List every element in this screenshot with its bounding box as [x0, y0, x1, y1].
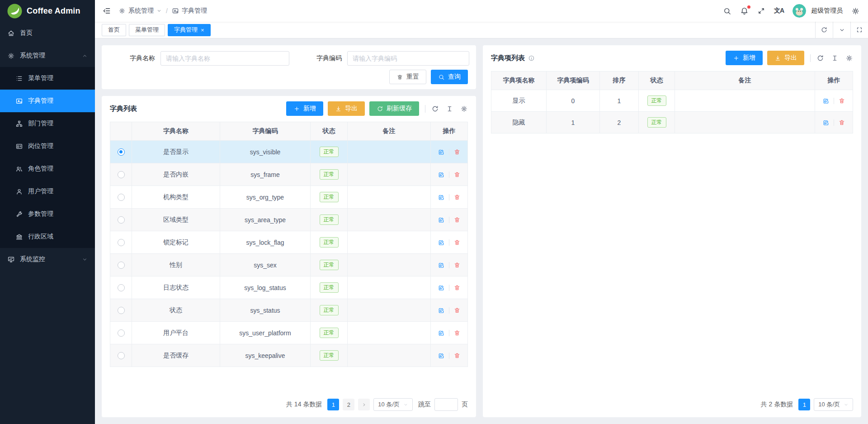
- page-button-1[interactable]: 1: [798, 399, 810, 410]
- fullscreen-icon[interactable]: [757, 7, 765, 15]
- sidebar-item-region-management[interactable]: 行政区域: [0, 225, 95, 248]
- page-size-select[interactable]: 10 条/页: [373, 398, 413, 411]
- row-radio[interactable]: [118, 307, 125, 314]
- edit-icon[interactable]: [438, 216, 445, 224]
- edit-icon[interactable]: [822, 97, 830, 105]
- info-icon[interactable]: [528, 55, 535, 62]
- page-size-select[interactable]: 10 条/页: [814, 398, 853, 411]
- avatar[interactable]: [793, 4, 806, 18]
- search-icon[interactable]: [723, 7, 731, 15]
- chevron-down-icon[interactable]: [833, 22, 850, 38]
- edit-icon[interactable]: [438, 284, 445, 291]
- breadcrumb-dict[interactable]: 字典管理: [172, 7, 207, 15]
- sidebar-item-dept-management[interactable]: 部门管理: [0, 112, 95, 135]
- bank-icon: [15, 233, 23, 241]
- export-item-button[interactable]: 导出: [767, 51, 804, 65]
- edit-icon[interactable]: [438, 329, 445, 337]
- edit-icon[interactable]: [438, 194, 445, 201]
- delete-icon[interactable]: [453, 239, 461, 246]
- breadcrumb-system[interactable]: 系统管理: [118, 7, 162, 15]
- edit-icon[interactable]: [438, 148, 445, 156]
- row-radio[interactable]: [118, 262, 125, 269]
- dict-code: sys_status: [220, 299, 311, 322]
- column-height-icon[interactable]: [446, 105, 453, 113]
- table-row[interactable]: 日志状态sys_log_status正常: [110, 276, 468, 299]
- delete-icon[interactable]: [453, 329, 461, 337]
- edit-icon[interactable]: [438, 352, 445, 359]
- row-radio[interactable]: [118, 148, 125, 156]
- delete-icon[interactable]: [838, 119, 845, 126]
- add-button[interactable]: 新增: [286, 101, 323, 116]
- sidebar-item-home[interactable]: 首页: [0, 22, 95, 44]
- table-row[interactable]: 显示01正常: [491, 90, 853, 112]
- delete-icon[interactable]: [453, 284, 461, 291]
- sidebar-item-role-management[interactable]: 角色管理: [0, 157, 95, 180]
- query-button[interactable]: 查询: [431, 70, 468, 84]
- tab-dict-management[interactable]: 字典管理×: [168, 24, 211, 36]
- table-row[interactable]: 是否缓存sys_keepalive正常: [110, 344, 468, 367]
- sidebar-collapse-icon[interactable]: [102, 6, 111, 15]
- edit-icon[interactable]: [438, 171, 445, 178]
- bell-icon[interactable]: [740, 7, 749, 15]
- tab-menu-management[interactable]: 菜单管理: [129, 24, 165, 36]
- maximize-icon[interactable]: [850, 22, 868, 38]
- refresh-icon[interactable]: [815, 22, 833, 38]
- row-radio[interactable]: [118, 216, 125, 224]
- delete-icon[interactable]: [838, 97, 845, 105]
- gear-icon[interactable]: [845, 54, 853, 62]
- page-button-2[interactable]: 2: [343, 399, 354, 410]
- table-row[interactable]: 是否显示sys_visible正常: [110, 141, 468, 163]
- translate-icon[interactable]: 文A: [774, 7, 784, 15]
- row-radio[interactable]: [118, 239, 125, 246]
- jump-input[interactable]: [434, 398, 458, 411]
- delete-icon[interactable]: [453, 307, 461, 314]
- add-item-button[interactable]: 新增: [726, 51, 763, 65]
- row-radio[interactable]: [118, 171, 125, 178]
- gear-icon[interactable]: [851, 7, 860, 15]
- dict-remark: [348, 141, 431, 163]
- delete-icon[interactable]: [453, 194, 461, 201]
- row-radio[interactable]: [118, 352, 125, 359]
- sidebar-item-param-management[interactable]: 参数管理: [0, 203, 95, 225]
- delete-icon[interactable]: [453, 171, 461, 178]
- dict-name-input[interactable]: [160, 51, 289, 66]
- table-row[interactable]: 机构类型sys_org_type正常: [110, 186, 468, 209]
- row-radio[interactable]: [118, 329, 125, 337]
- table-row[interactable]: 锁定标记sys_lock_flag正常: [110, 231, 468, 254]
- table-row[interactable]: 区域类型sys_area_type正常: [110, 209, 468, 231]
- table-row[interactable]: 隐藏12正常: [491, 112, 853, 133]
- table-row[interactable]: 性别sys_sex正常: [110, 254, 468, 276]
- edit-icon[interactable]: [438, 262, 445, 269]
- row-radio[interactable]: [118, 284, 125, 291]
- reset-button[interactable]: 重置: [389, 70, 426, 84]
- refresh-icon[interactable]: [816, 54, 824, 62]
- gear-icon[interactable]: [460, 105, 468, 113]
- column-height-icon[interactable]: [831, 54, 839, 62]
- edit-icon[interactable]: [438, 307, 445, 314]
- sidebar-item-post-management[interactable]: 岗位管理: [0, 135, 95, 157]
- sidebar-item-menu-management[interactable]: 菜单管理: [0, 67, 95, 90]
- edit-icon[interactable]: [438, 239, 445, 246]
- tab-home[interactable]: 首页: [102, 24, 126, 36]
- sidebar-item-system-monitor[interactable]: 系统监控: [0, 248, 95, 271]
- table-row[interactable]: 用户平台sys_user_platform正常: [110, 322, 468, 344]
- delete-icon[interactable]: [453, 352, 461, 359]
- delete-icon[interactable]: [453, 148, 461, 156]
- next-page-button[interactable]: [358, 399, 370, 410]
- table-row[interactable]: 是否内嵌sys_frame正常: [110, 163, 468, 186]
- export-button[interactable]: 导出: [328, 101, 365, 116]
- dict-code-input[interactable]: [347, 51, 469, 66]
- username[interactable]: 超级管理员: [811, 7, 843, 15]
- table-row[interactable]: 状态sys_status正常: [110, 299, 468, 322]
- delete-icon[interactable]: [453, 262, 461, 269]
- sidebar-item-system-management[interactable]: 系统管理: [0, 44, 95, 67]
- page-button-1[interactable]: 1: [327, 399, 339, 410]
- sidebar-item-dict-management[interactable]: 字典管理: [0, 90, 95, 112]
- refresh-icon[interactable]: [431, 105, 439, 113]
- close-icon[interactable]: ×: [201, 27, 204, 33]
- refresh-cache-button[interactable]: 刷新缓存: [369, 101, 419, 116]
- delete-icon[interactable]: [453, 216, 461, 224]
- sidebar-item-user-management[interactable]: 用户管理: [0, 180, 95, 203]
- row-radio[interactable]: [118, 194, 125, 201]
- edit-icon[interactable]: [822, 119, 830, 126]
